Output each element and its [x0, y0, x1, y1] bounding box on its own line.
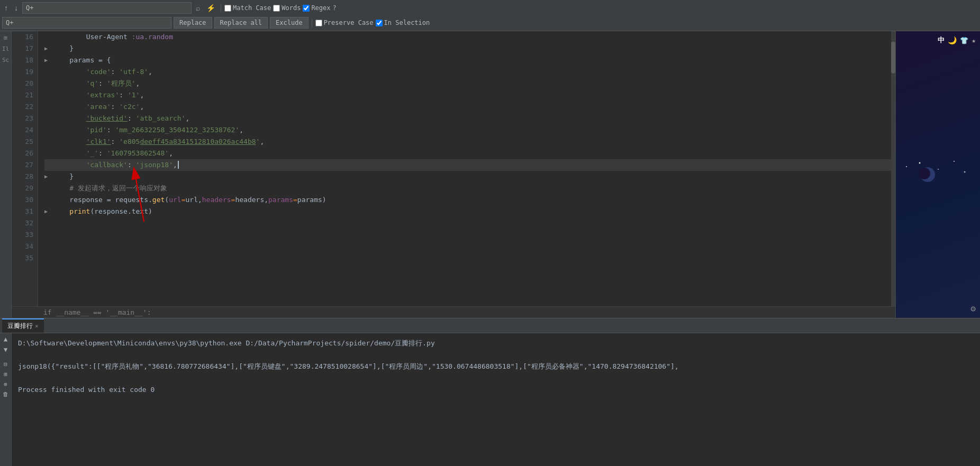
sep2	[312, 19, 312, 27]
editor-area: 16 17 18 19 20 21 22 23 24 25 26 27 28 2…	[12, 31, 895, 318]
find-row: ↑ ↓ ⌕ ⚡ Match Case Words Regex ?	[2, 1, 978, 15]
bottom-panel: 豆瓣排行 × ▲ ▼ ⊟ ⊞ ⊗ 🗑 D:\Software\Developme…	[0, 318, 980, 466]
match-case-label[interactable]: Match Case	[224, 4, 271, 12]
code-28-text: }	[53, 171, 74, 182]
fold-33	[44, 229, 51, 241]
fold-17[interactable]: ▶	[44, 43, 51, 54]
code-line-16: User-Agent :ua.random	[44, 31, 891, 43]
sep1	[221, 4, 221, 12]
code-line-30: response = requests.get(url=url,headers=…	[44, 194, 891, 206]
search-input[interactable]	[22, 2, 192, 14]
code-16-text: User-Agent :ua.random	[53, 31, 173, 43]
ln-30: 30	[14, 194, 33, 206]
bottom-left-icons: ▲ ▼ ⊟ ⊞ ⊗ 🗑	[0, 333, 12, 466]
regex-checkbox[interactable]	[303, 5, 310, 12]
code-line-34	[44, 241, 891, 252]
main-area: ⊞ Il Sc 16 17 18 19 20 21 22 23 24 25 26…	[0, 31, 980, 318]
console-empty-line	[18, 349, 974, 361]
ln-23: 23	[14, 113, 33, 124]
console-icon-2[interactable]: ⊞	[4, 371, 7, 378]
code-30-text: response = requests.get(url=url,headers=…	[53, 194, 326, 206]
console-empty-line-2	[18, 372, 974, 384]
words-text: Words	[282, 4, 301, 12]
toolbar: ↑ ↓ ⌕ ⚡ Match Case Words Regex ? Replace…	[0, 0, 980, 31]
code-17-text: }	[53, 43, 74, 54]
fold-30	[44, 194, 51, 206]
code-line-20: 'q': '程序员',	[44, 78, 891, 89]
status-icon-shirt: 👕	[960, 36, 968, 44]
svg-point-3	[919, 162, 921, 164]
words-label[interactable]: Words	[273, 4, 301, 12]
match-case-text: Match Case	[233, 4, 271, 12]
code-line-25: 'clk1': 'e805deeff45a8341512810a026ac44b…	[44, 136, 891, 148]
console-icon-4[interactable]: 🗑	[3, 391, 8, 398]
in-selection-label[interactable]: In Selection	[376, 19, 430, 26]
space-decoration	[896, 159, 974, 190]
status-icons: 中 🌙 👕 ★	[938, 35, 976, 45]
sidebar-icon-1[interactable]: ⊞	[3, 33, 8, 42]
code-content[interactable]: User-Agent :ua.random ▶ } ▶ params = { '…	[38, 31, 891, 306]
scrollbar[interactable]	[891, 31, 895, 306]
fold-29	[44, 182, 51, 194]
fold-16	[44, 31, 51, 43]
ln-33: 33	[14, 229, 33, 241]
bottom-tab-close[interactable]: ×	[35, 323, 39, 330]
chinese-status: 中	[938, 35, 945, 45]
bottom-tab-douban[interactable]: 豆瓣排行 ×	[2, 318, 44, 333]
bottom-content: ▲ ▼ ⊟ ⊞ ⊗ 🗑 D:\Software\Development\Mini…	[0, 333, 980, 466]
bottom-tab-label: 豆瓣排行	[7, 322, 33, 331]
code-line-22: 'area': 'c2c',	[44, 101, 891, 113]
fold-28[interactable]: ▶	[44, 171, 51, 182]
svg-point-5	[954, 161, 955, 162]
fold-31[interactable]: ▶	[44, 206, 51, 217]
fold-23	[44, 113, 51, 124]
scroll-down-icon[interactable]: ▼	[4, 346, 7, 353]
regex-label[interactable]: Regex	[303, 4, 330, 12]
fold-19	[44, 66, 51, 78]
regex-help-icon[interactable]: ?	[333, 4, 337, 12]
fold-27	[44, 159, 51, 171]
code-line-32	[44, 217, 891, 229]
find-btn[interactable]: ⌕	[194, 3, 202, 13]
words-checkbox[interactable]	[273, 5, 280, 12]
preserve-case-checkbox[interactable]	[315, 20, 322, 26]
svg-point-2	[906, 166, 907, 167]
moon-icon: 🌙	[948, 36, 957, 44]
preserve-case-label[interactable]: Preserve Case	[315, 19, 374, 26]
fold-24	[44, 124, 51, 136]
prev-match-btn[interactable]: ↑	[2, 3, 10, 13]
next-match-btn[interactable]: ↓	[12, 3, 20, 13]
if-main-text: if __name__ == '__main__':	[43, 308, 151, 316]
svg-point-4	[938, 169, 939, 170]
code-20-text: 'q': '程序员',	[53, 78, 140, 89]
replace-all-btn[interactable]: Replace all	[214, 17, 268, 29]
filter-btn[interactable]: ⚡	[204, 3, 217, 13]
fold-18[interactable]: ▶	[44, 54, 51, 66]
gear-btn[interactable]: ⚙	[970, 304, 976, 314]
code-line-18: ▶ params = {	[44, 54, 891, 66]
right-decoration: 中 🌙 👕 ★ ⚙	[895, 31, 980, 318]
gear-icon[interactable]: ⚙	[970, 304, 976, 314]
exclude-btn[interactable]: Exclude	[270, 17, 308, 29]
match-case-checkbox[interactable]	[224, 5, 231, 12]
code-22-text: 'area': 'c2c',	[53, 101, 144, 113]
code-25-text: 'clk1': 'e805deeff45a8341512810a026ac44b…	[53, 136, 264, 148]
sidebar-icon-3[interactable]: Sc	[1, 56, 10, 65]
fold-26	[44, 148, 51, 159]
scrollbar-thumb[interactable]	[891, 42, 895, 74]
in-selection-checkbox[interactable]	[376, 20, 383, 26]
ln-34: 34	[14, 241, 33, 252]
code-line-21: 'extras': '1',	[44, 89, 891, 101]
code-21-text: 'extras': '1',	[53, 89, 144, 101]
fold-34	[44, 241, 51, 252]
replace-input[interactable]	[2, 17, 171, 29]
console-icon-1[interactable]: ⊟	[4, 361, 7, 368]
replace-btn[interactable]: Replace	[174, 17, 212, 29]
console-icon-3[interactable]: ⊗	[4, 381, 7, 388]
ln-29: 29	[14, 182, 33, 194]
svg-point-8	[919, 168, 930, 179]
code-line-29: # 发起请求，返回一个响应对象	[44, 182, 891, 194]
code-31-text: print(response.text)	[53, 206, 152, 217]
sidebar-icon-2[interactable]: Il	[1, 44, 10, 53]
scroll-up-icon[interactable]: ▲	[4, 335, 7, 343]
